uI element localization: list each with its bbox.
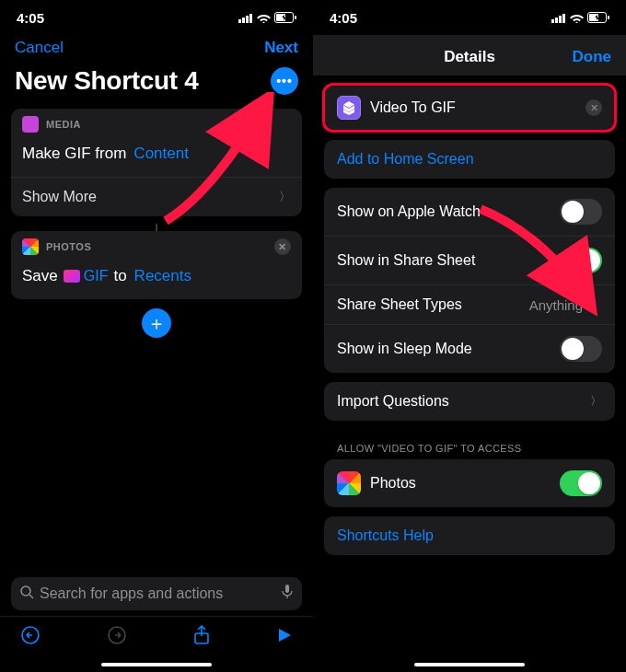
details-nav: Details Done (313, 35, 626, 75)
svg-line-8 (29, 595, 33, 598)
add-action-button[interactable]: ＋ (142, 308, 171, 338)
svg-rect-5 (295, 16, 296, 19)
import-questions-row[interactable]: Import Questions 〉 (324, 382, 615, 421)
help-section: Shortcuts Help (324, 516, 615, 555)
gif-badge-icon (64, 270, 80, 283)
status-time: 4:05 (330, 10, 357, 26)
svg-rect-0 (238, 19, 241, 23)
sleep-mode-toggle[interactable] (560, 336, 602, 362)
shortcut-icon[interactable] (337, 96, 361, 120)
svg-rect-15 (559, 16, 562, 23)
variable-token-recents[interactable]: Recents (133, 264, 193, 288)
editor-nav: Cancel Next (0, 35, 313, 66)
apple-watch-row: Show on Apple Watch (324, 188, 615, 236)
shortcut-editor-screen: 4:05 Cancel Next New Shortcut 4 ••• MEDI… (0, 0, 313, 672)
nav-title: Details (444, 48, 495, 66)
shortcut-title[interactable]: New Shortcut 4 (15, 66, 199, 96)
row-label: Photos (370, 475, 416, 492)
apple-watch-toggle[interactable] (560, 199, 602, 225)
status-bar: 4:05 (0, 0, 313, 35)
mic-icon[interactable] (282, 585, 293, 603)
redo-button (107, 625, 127, 650)
row-label: Add to Home Screen (337, 151, 474, 168)
chevron-right-icon: 〉 (590, 393, 602, 410)
row-value: Anything (529, 297, 583, 313)
action-card-photos[interactable]: PHOTOS ✕ Save GIF to Recents (11, 231, 302, 299)
clear-name-button[interactable]: ✕ (585, 99, 602, 116)
search-icon (20, 585, 34, 603)
svg-rect-1 (242, 17, 245, 23)
row-label: Share Sheet Types (337, 296, 462, 313)
search-placeholder: Search for apps and actions (40, 585, 223, 602)
import-section: Import Questions 〉 (324, 382, 615, 421)
svg-rect-9 (285, 585, 289, 593)
share-button[interactable] (193, 625, 210, 650)
row-label: Show on Apple Watch (337, 203, 481, 220)
title-row: New Shortcut 4 ••• (0, 66, 313, 109)
chevron-right-icon: 〉 (279, 189, 291, 205)
sleep-mode-row: Show in Sleep Mode (324, 324, 615, 373)
card-category: PHOTOS (46, 241, 91, 252)
row-label: Show in Share Sheet (337, 252, 475, 269)
actions-list: MEDIA Make GIF from Content Show More 〉 … (0, 109, 313, 577)
card-header: MEDIA (11, 109, 302, 136)
status-time: 4:05 (17, 10, 44, 26)
chevron-right-icon: 〉 (590, 296, 602, 313)
ellipsis-icon: ••• (276, 74, 293, 88)
access-section: Photos (324, 459, 615, 507)
details-content: Video To GIF ✕ Add to Home Screen Show o… (313, 75, 626, 658)
next-button[interactable]: Next (264, 39, 298, 57)
run-button[interactable] (276, 627, 293, 648)
share-sheet-row: Show in Share Sheet (324, 236, 615, 284)
share-sheet-toggle[interactable] (560, 248, 602, 273)
undo-button[interactable] (20, 625, 41, 650)
action-connector (11, 224, 302, 231)
action-text: to (113, 267, 126, 285)
media-app-icon (22, 116, 39, 133)
add-to-home-screen-button[interactable]: Add to Home Screen (324, 140, 615, 179)
home-indicator[interactable] (414, 663, 525, 666)
action-text: Make GIF from (22, 145, 126, 163)
status-icons (238, 12, 296, 23)
variable-token-content[interactable]: Content (132, 142, 191, 166)
svg-rect-16 (562, 14, 565, 23)
photos-app-icon (22, 238, 39, 255)
shortcut-name-row[interactable]: Video To GIF ✕ (324, 85, 615, 131)
done-button[interactable]: Done (567, 48, 611, 66)
svg-point-7 (21, 586, 30, 596)
svg-rect-14 (555, 17, 558, 23)
card-category: MEDIA (46, 119, 81, 130)
plus-icon: ＋ (147, 311, 166, 336)
shortcut-name-section: Video To GIF ✕ (324, 85, 615, 131)
more-button[interactable]: ••• (271, 67, 298, 95)
show-more-row[interactable]: Show More 〉 (11, 177, 302, 216)
share-sheet-types-row[interactable]: Share Sheet Types Anything 〉 (324, 284, 615, 324)
photos-access-toggle[interactable] (560, 470, 602, 496)
card-header: PHOTOS ✕ (11, 231, 302, 259)
svg-rect-3 (249, 14, 252, 23)
variable-token-gif[interactable]: GIF (64, 268, 109, 284)
bottom-toolbar (0, 616, 313, 658)
show-more-label: Show More (22, 189, 97, 205)
shortcut-details-screen: 4:05 Details Done Video To GIF ✕ Add to … (313, 0, 626, 672)
home-indicator[interactable] (101, 663, 212, 666)
cancel-button[interactable]: Cancel (15, 39, 64, 57)
status-icons (551, 12, 609, 23)
shortcut-name-field[interactable]: Video To GIF (370, 99, 456, 116)
action-card-media[interactable]: MEDIA Make GIF from Content Show More 〉 (11, 109, 302, 216)
status-bar: 4:05 (313, 0, 626, 35)
delete-action-button[interactable]: ✕ (274, 238, 291, 255)
photos-icon (337, 471, 361, 495)
row-label: Show in Sleep Mode (337, 341, 472, 357)
photos-access-row: Photos (324, 459, 615, 507)
row-label: Import Questions (337, 393, 449, 410)
action-text: Save (22, 267, 58, 285)
svg-rect-13 (551, 19, 554, 23)
home-screen-section: Add to Home Screen (324, 140, 615, 179)
access-header: ALLOW "VIDEO TO GIF" TO ACCESS (324, 430, 615, 458)
row-label: Shortcuts Help (337, 527, 434, 544)
search-input[interactable]: Search for apps and actions (11, 577, 302, 610)
svg-rect-18 (608, 16, 609, 19)
gif-label: GIF (84, 268, 109, 284)
shortcuts-help-button[interactable]: Shortcuts Help (324, 516, 615, 555)
